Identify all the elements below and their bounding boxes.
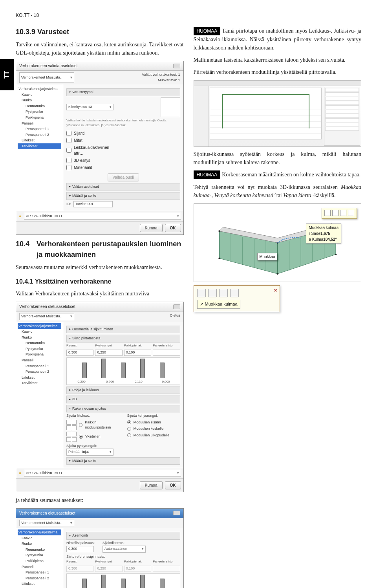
- tree-node-selected[interactable]: Tarvikkeet: [18, 143, 61, 149]
- muistista-dropdown[interactable]: Verhorakenteet Muistista…: [19, 520, 74, 527]
- window-buttons[interactable]: [173, 304, 180, 309]
- tree-node[interactable]: Paneeli: [18, 121, 61, 126]
- window-buttons[interactable]: [173, 64, 180, 68]
- section-siirto[interactable]: Siirto piirtotasosta: [66, 335, 180, 343]
- section-maarat[interactable]: Määrät ja selite: [66, 192, 180, 200]
- opt-checkbox[interactable]: [66, 158, 71, 163]
- tree-node[interactable]: Kaavio: [18, 535, 61, 541]
- section-3d[interactable]: 3D: [66, 396, 180, 403]
- tracker-label: r Säde: [309, 231, 320, 236]
- close-icon[interactable]: ✕: [274, 287, 277, 294]
- toolbox[interactable]: [194, 86, 209, 147]
- kiinnitys-select[interactable]: Kiinnityssuu 13: [66, 104, 113, 111]
- window-buttons[interactable]: [173, 511, 180, 515]
- id-label: ID:: [66, 201, 71, 207]
- ok-button[interactable]: OK: [165, 224, 181, 232]
- star-icon[interactable]: ★: [18, 214, 22, 219]
- tool-icon[interactable]: [332, 210, 339, 216]
- star-icon[interactable]: ★: [18, 471, 22, 476]
- tree-node[interactable]: Liitokset: [18, 581, 61, 587]
- input[interactable]: 0,300: [66, 546, 94, 552]
- tree-node[interactable]: Reunarunko: [18, 547, 61, 553]
- section-pohja[interactable]: Pohja ja leikkaus: [66, 387, 180, 394]
- tree-node[interactable]: Runko: [18, 335, 61, 341]
- favorites-select[interactable]: AR.124 Julkisivu.TALO: [24, 213, 181, 220]
- toolbar[interactable]: [194, 81, 361, 86]
- muistista-dropdown[interactable]: Verhorakenteet Muistista…: [19, 72, 74, 83]
- tree-node[interactable]: Peruspaneeli 2: [18, 369, 61, 375]
- opt-checkbox[interactable]: [66, 148, 71, 153]
- tool-icon[interactable]: [340, 210, 346, 216]
- radio[interactable]: [127, 433, 131, 437]
- tool-icon[interactable]: [348, 210, 354, 216]
- tree-node[interactable]: Runko: [18, 97, 61, 103]
- tree-node[interactable]: Liitokset: [18, 137, 61, 143]
- side-palettes[interactable]: [324, 87, 360, 146]
- tool-icon[interactable]: [324, 210, 331, 216]
- tree-node[interactable]: Verhorakennejarjestelma: [18, 86, 61, 92]
- radio[interactable]: [79, 423, 82, 427]
- tool-icon[interactable]: [197, 289, 206, 297]
- tree-node[interactable]: Kaavio: [18, 92, 61, 98]
- tree-node[interactable]: Reunarunko: [18, 340, 61, 346]
- tree-node[interactable]: Peruspaneeli 2: [18, 132, 61, 138]
- tree-node[interactable]: Liitokset: [18, 375, 61, 381]
- tree-node[interactable]: Pystyrunko: [18, 552, 61, 558]
- tree-node[interactable]: Kaavio: [18, 329, 61, 335]
- tool-icon[interactable]: [230, 289, 239, 297]
- favorites-select[interactable]: AR.124 Julkisivu.TALO: [24, 470, 181, 477]
- val-input[interactable]: 0,250: [95, 350, 122, 356]
- tree-node[interactable]: Paneeli: [18, 357, 61, 363]
- opt-checkbox[interactable]: [66, 131, 71, 136]
- section-geom[interactable]: Geometria ja sijoittuminen: [66, 326, 180, 333]
- tree-node[interactable]: Poikkipiena: [18, 115, 61, 121]
- tree-node[interactable]: Pystyrunko: [18, 346, 61, 352]
- id-input[interactable]: Tarvike-001: [73, 201, 113, 207]
- section-maarat[interactable]: Määrät ja selite: [66, 457, 180, 465]
- kumoa-button[interactable]: Kumoa: [140, 481, 163, 489]
- radio[interactable]: [79, 435, 83, 439]
- kumoa-button[interactable]: Kumoa: [140, 224, 163, 232]
- section-varustetyyppi[interactable]: Varustetyyppi: [66, 88, 180, 96]
- tree-node[interactable]: Tarvikkeet: [18, 380, 61, 386]
- val-input[interactable]: 0,300: [66, 350, 93, 356]
- select[interactable]: Automaattinen: [102, 546, 146, 553]
- tree-panel[interactable]: Verhorakennejarjestelma Kaavio Runko Reu…: [16, 84, 63, 211]
- tree-node[interactable]: Paneeli: [18, 564, 61, 570]
- muokkaa-tag[interactable]: Muokkaa: [257, 253, 277, 260]
- primaari-select[interactable]: Primäärilinjat: [66, 449, 113, 456]
- tree-node[interactable]: Peruspaneeli 1: [18, 126, 61, 132]
- opt-checkbox[interactable]: [66, 165, 71, 170]
- opt-checkbox[interactable]: [66, 138, 71, 143]
- tool-icon[interactable]: [208, 289, 217, 297]
- tree-node-selected[interactable]: Verhorakennejarjestelma: [18, 323, 61, 329]
- tree-node[interactable]: Poikkipiena: [18, 558, 61, 564]
- radio[interactable]: [127, 427, 131, 431]
- val-input[interactable]: 0,100: [124, 350, 151, 356]
- pet-palette[interactable]: [322, 208, 357, 219]
- val-input[interactable]: [153, 350, 180, 356]
- tree-node[interactable]: Peruspaneeli 2: [18, 575, 61, 581]
- canvas[interactable]: [210, 88, 322, 139]
- icon-grid[interactable]: [66, 420, 77, 430]
- section-rakenneosan[interactable]: Rakenneosan sijoitus: [66, 405, 180, 413]
- tree-node[interactable]: Poikkipiena: [18, 352, 61, 357]
- muistista-dropdown[interactable]: Verhorakenteet Muistista…: [19, 313, 74, 320]
- radio[interactable]: [127, 420, 131, 424]
- ok-button[interactable]: OK: [165, 481, 181, 489]
- tree-node-selected[interactable]: Verhorakennejarjestelma: [18, 529, 61, 535]
- section-asemointi[interactable]: Asemointi: [66, 532, 180, 540]
- tree-panel[interactable]: Verhorakennejarjestelma Kaavio Runko Reu…: [16, 322, 63, 468]
- tree-node[interactable]: Reunarunko: [18, 103, 61, 109]
- opt-label: Materiaalit: [74, 165, 92, 170]
- tree-node[interactable]: Peruspaneeli 1: [18, 570, 61, 575]
- tool-icon[interactable]: [219, 289, 228, 297]
- icon-grid[interactable]: [66, 432, 77, 442]
- svg-point-13: [218, 230, 220, 232]
- tree-node[interactable]: Runko: [18, 541, 61, 547]
- tree-node[interactable]: Peruspaneeli 1: [18, 363, 61, 369]
- tree-panel[interactable]: Verhorakennejarjestelma Kaavio Runko Reu…: [16, 528, 63, 588]
- tick: -0,110: [134, 379, 143, 384]
- tree-node[interactable]: Pystyrunko: [18, 109, 61, 115]
- section-valitun[interactable]: Valitun asetukset: [66, 183, 180, 191]
